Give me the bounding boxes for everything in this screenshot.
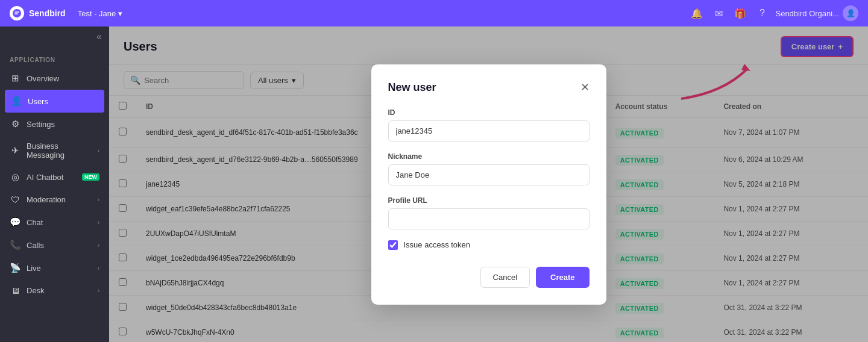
- moderation-icon: 🛡: [10, 194, 20, 205]
- sidebar-item-label: Calls: [27, 241, 92, 250]
- arrow-icon: ›: [98, 265, 99, 272]
- svg-point-0: [13, 9, 21, 17]
- business-messaging-icon: ✈: [10, 145, 20, 156]
- sidebar-item-label: Live: [27, 264, 92, 273]
- logo-icon: [10, 6, 24, 20]
- ai-chatbot-icon: ◎: [10, 172, 20, 182]
- org-avatar: 👤: [843, 5, 858, 21]
- arrow-icon: ›: [98, 219, 99, 226]
- org-name: Sendbird Organi...: [775, 9, 839, 18]
- sidebar: « APPLICATION ⊞ Overview 👤 Users ⚙ Setti…: [0, 26, 109, 342]
- id-input[interactable]: [388, 120, 590, 141]
- gift-icon[interactable]: 🎁: [734, 8, 746, 19]
- modal-overlay: New user ✕ ID Nickname Profile URL: [109, 26, 868, 342]
- arrow-icon: ›: [98, 148, 99, 154]
- sidebar-item-desk[interactable]: 🖥 Desk ›: [0, 279, 109, 302]
- help-icon[interactable]: ?: [756, 8, 768, 19]
- arrow-icon: ›: [98, 242, 99, 249]
- new-badge: NEW: [82, 173, 99, 181]
- sidebar-item-users[interactable]: 👤 Users: [5, 90, 104, 113]
- id-label: ID: [388, 108, 590, 117]
- sidebar-item-label: Desk: [27, 286, 92, 295]
- profile-url-label: Profile URL: [388, 196, 590, 205]
- nickname-field-group: Nickname: [388, 152, 590, 185]
- sidebar-item-label: AI Chatbot: [27, 173, 76, 182]
- id-field-group: ID: [388, 108, 590, 141]
- sidebar-item-settings[interactable]: ⚙ Settings: [0, 113, 109, 135]
- modal-actions: Cancel Create: [388, 267, 590, 288]
- sidebar-item-calls[interactable]: 📞 Calls ›: [0, 234, 109, 256]
- issue-access-token-row: Issue access token: [388, 240, 590, 250]
- profile-url-field-group: Profile URL: [388, 196, 590, 229]
- chat-icon: 💬: [10, 217, 20, 228]
- new-user-modal: New user ✕ ID Nickname Profile URL: [371, 64, 606, 305]
- arrow-icon: ›: [98, 287, 99, 294]
- app-name: Test - Jane: [78, 9, 116, 18]
- avatar-icon: 👤: [846, 9, 855, 17]
- sidebar-item-moderation[interactable]: 🛡 Moderation ›: [0, 188, 109, 211]
- sidebar-item-overview[interactable]: ⊞ Overview: [0, 67, 109, 90]
- bell-icon[interactable]: 🔔: [691, 8, 703, 19]
- org-selector[interactable]: Sendbird Organi... 👤: [775, 5, 858, 21]
- settings-icon: ⚙: [10, 119, 20, 129]
- calls-icon: 📞: [10, 240, 20, 250]
- modal-title: New user: [388, 81, 436, 94]
- sidebar-item-live[interactable]: 📡 Live ›: [0, 256, 109, 279]
- modal-close-button[interactable]: ✕: [580, 82, 590, 93]
- overview-icon: ⊞: [10, 73, 20, 84]
- mail-icon[interactable]: ✉: [712, 8, 725, 19]
- content-area: Users Create user + 🔍 All users ▾: [109, 26, 868, 342]
- top-nav-icons: 🔔 ✉ 🎁 ?: [691, 8, 768, 19]
- issue-access-token-label: Issue access token: [404, 240, 471, 249]
- arrow-icon: ›: [98, 196, 99, 203]
- nickname-input[interactable]: [388, 164, 590, 185]
- sidebar-item-label: Settings: [27, 120, 99, 129]
- chevron-down-icon: ▾: [118, 9, 122, 18]
- live-icon: 📡: [10, 263, 20, 273]
- logo-text: Sendbird: [29, 8, 66, 18]
- sidebar-section-label: APPLICATION: [0, 47, 109, 67]
- logo: Sendbird: [10, 6, 66, 20]
- sidebar-item-label: Business Messaging: [27, 141, 92, 160]
- issue-access-token-checkbox[interactable]: [388, 240, 398, 250]
- sidebar-collapse-button[interactable]: «: [0, 26, 109, 47]
- cancel-button[interactable]: Cancel: [480, 267, 530, 288]
- nickname-label: Nickname: [388, 152, 590, 161]
- create-button[interactable]: Create: [536, 267, 589, 288]
- sidebar-item-label: Moderation: [27, 195, 92, 204]
- users-icon: 👤: [11, 96, 22, 107]
- modal-header: New user ✕: [388, 81, 590, 94]
- sidebar-item-label: Overview: [27, 74, 99, 83]
- sidebar-item-chat[interactable]: 💬 Chat ›: [0, 211, 109, 234]
- sidebar-item-label: Users: [28, 97, 98, 106]
- desk-icon: 🖥: [10, 285, 20, 296]
- profile-url-input[interactable]: [388, 208, 590, 229]
- sidebar-item-ai-chatbot[interactable]: ◎ AI Chatbot NEW: [0, 166, 109, 188]
- top-nav: Sendbird Test - Jane ▾ 🔔 ✉ 🎁 ? Sendbird …: [0, 0, 868, 26]
- app-selector[interactable]: Test - Jane ▾: [73, 7, 128, 20]
- sidebar-item-label: Chat: [27, 218, 92, 227]
- sidebar-item-business-messaging[interactable]: ✈ Business Messaging ›: [0, 135, 109, 166]
